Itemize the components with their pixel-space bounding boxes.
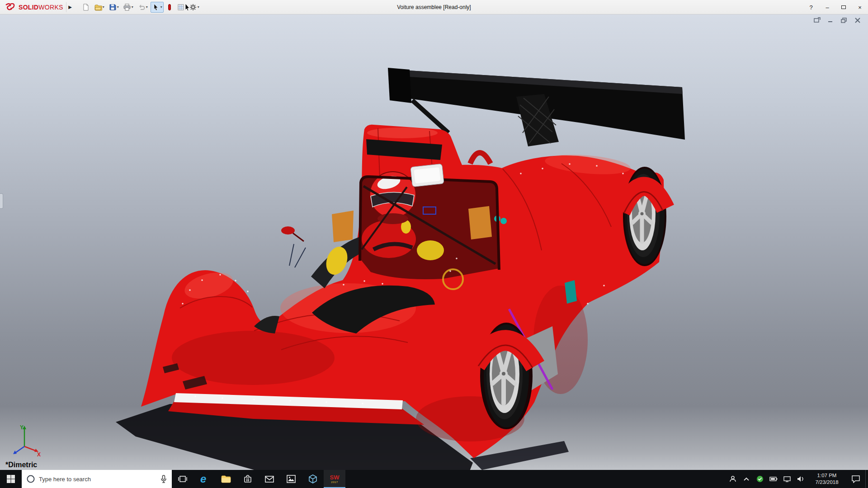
orientation-triad: Y X xyxy=(7,422,42,456)
taskbar-photos-button[interactable] xyxy=(280,470,302,488)
app-titlebar: SOLIDWORKS ▶ ▾ ▾ xyxy=(0,0,868,14)
photos-icon xyxy=(286,474,297,484)
doc-restore-button[interactable] xyxy=(840,17,848,24)
action-center-icon xyxy=(851,475,860,483)
dassault-systemes-logo-icon xyxy=(5,3,16,12)
taskbar-file-explorer-button[interactable] xyxy=(215,470,237,488)
document-window-controls xyxy=(813,17,862,24)
appearance-icon xyxy=(166,3,173,11)
task-view-icon xyxy=(178,474,188,483)
taskbar-store-button[interactable] xyxy=(237,470,259,488)
taskbar-clock[interactable]: 1:07 PM 7/23/2018 xyxy=(807,470,846,488)
gear-icon xyxy=(189,3,197,11)
sw-badge-text: SW xyxy=(330,474,340,480)
network-button[interactable] xyxy=(780,470,794,488)
view-orientation-label: *Dimetric xyxy=(5,461,37,469)
roll-hoop xyxy=(470,153,491,164)
undo-icon xyxy=(137,3,146,11)
triad-y-label: Y xyxy=(20,424,24,431)
save-floppy-icon xyxy=(108,3,117,11)
taskbar-solidworks-button[interactable]: SW 2017 xyxy=(324,470,345,488)
taskbar-edge-button[interactable]: e xyxy=(193,470,215,488)
taskbar-search-box[interactable] xyxy=(22,470,172,488)
new-document-icon xyxy=(82,3,90,11)
open-dropdown-caret[interactable]: ▾ xyxy=(103,5,104,9)
print-dropdown-caret[interactable]: ▾ xyxy=(132,5,133,9)
cockpit-side-panel-right xyxy=(468,206,492,239)
solidworks-logo: SOLIDWORKS xyxy=(0,3,66,12)
open-button[interactable]: ▾ xyxy=(93,2,106,13)
select-dropdown-caret[interactable]: ▾ xyxy=(160,5,162,9)
open-folder-icon xyxy=(94,3,102,11)
quick-toolbar: ▾ ▾ ▾ ▾ xyxy=(80,2,201,13)
taskbar-mail-button[interactable] xyxy=(259,470,280,488)
people-icon xyxy=(729,475,737,483)
help-button[interactable]: ? xyxy=(803,0,819,14)
undo-dropdown-caret[interactable]: ▾ xyxy=(146,5,148,9)
system-tray: 1:07 PM 7/23/2018 xyxy=(726,470,868,488)
save-button[interactable]: ▾ xyxy=(107,2,120,13)
side-mirror xyxy=(281,226,295,235)
window-title: Voiture assemblee [Read-only] xyxy=(397,0,471,14)
security-status-button[interactable] xyxy=(753,470,767,488)
start-button[interactable] xyxy=(0,470,22,488)
clock-date: 7/23/2018 xyxy=(815,479,838,486)
file-explorer-icon xyxy=(221,474,231,484)
task-view-button[interactable] xyxy=(172,470,193,488)
spreadsheet-icon xyxy=(177,3,185,11)
3d-viewport-canvas[interactable] xyxy=(0,14,868,470)
network-icon xyxy=(783,476,791,482)
minimize-button[interactable]: – xyxy=(819,0,835,14)
battery-button[interactable] xyxy=(767,470,780,488)
feature-manager-collapsed-tab[interactable] xyxy=(0,193,3,209)
select-arrow-icon xyxy=(152,3,160,11)
options-button[interactable]: ▾ xyxy=(188,2,201,13)
edge-icon: e xyxy=(198,473,210,485)
clock-time: 1:07 PM xyxy=(817,472,837,479)
windows-taskbar: e SW xyxy=(0,470,868,488)
volume-button[interactable] xyxy=(794,470,807,488)
windows-logo-icon xyxy=(6,474,15,483)
maximize-icon xyxy=(841,5,846,9)
solidworks-app-icon: SW 2017 xyxy=(330,474,340,483)
print-icon xyxy=(123,3,131,11)
maximize-button[interactable] xyxy=(835,0,852,14)
tray-overflow-button[interactable] xyxy=(740,470,753,488)
options-dropdown-caret[interactable]: ▾ xyxy=(198,5,199,9)
doc-float-button[interactable] xyxy=(813,17,821,24)
solidworks-logo-text: SOLIDWORKS xyxy=(19,4,63,11)
doc-close-button[interactable] xyxy=(854,17,862,24)
triad-x-label: X xyxy=(37,451,41,456)
design-table-button[interactable] xyxy=(175,2,186,13)
microphone-icon[interactable] xyxy=(160,474,167,483)
sw-badge-year: 2017 xyxy=(331,481,338,483)
close-button[interactable]: × xyxy=(852,0,868,14)
doc-minimize-button[interactable] xyxy=(826,17,835,24)
undo-button[interactable]: ▾ xyxy=(136,2,149,13)
toolbar-flyout-arrow[interactable]: ▶ xyxy=(66,2,74,12)
battery-icon xyxy=(769,476,778,482)
edge-logo-letter: e xyxy=(200,473,206,485)
volume-icon xyxy=(797,475,805,483)
print-button[interactable]: ▾ xyxy=(122,2,135,13)
action-center-button[interactable] xyxy=(846,470,865,488)
cortana-icon xyxy=(26,474,35,483)
new-document-button[interactable] xyxy=(80,2,91,13)
save-dropdown-caret[interactable]: ▾ xyxy=(117,5,119,9)
search-input[interactable] xyxy=(39,476,156,483)
cockpit-side-panel-left xyxy=(332,211,354,242)
chevron-up-icon xyxy=(743,477,750,481)
show-desktop-button[interactable] xyxy=(865,470,868,488)
select-tool-button[interactable]: ▾ xyxy=(151,2,164,13)
graphics-viewport[interactable]: Y X *Dimetric xyxy=(0,14,868,470)
cube-icon xyxy=(307,474,318,484)
mail-icon xyxy=(264,474,275,484)
people-button[interactable] xyxy=(726,470,740,488)
taskbar-3d-viewer-button[interactable] xyxy=(302,470,324,488)
security-check-icon xyxy=(756,475,764,483)
appearance-button[interactable] xyxy=(165,2,174,13)
window-controls: ? – × xyxy=(803,0,868,14)
rearview-mirror xyxy=(410,164,444,187)
store-icon xyxy=(242,474,253,484)
